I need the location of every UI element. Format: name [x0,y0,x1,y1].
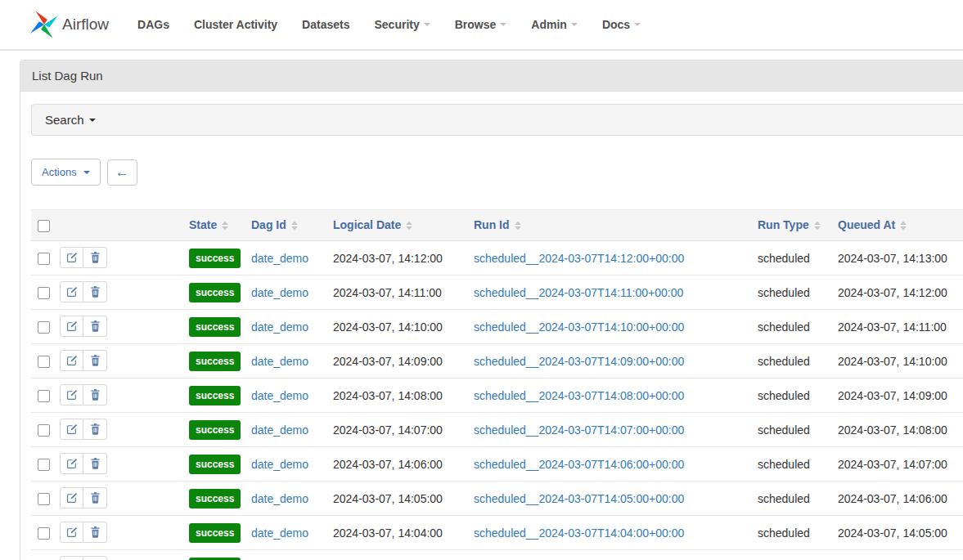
select-all-checkbox[interactable] [38,220,50,232]
row-checkbox[interactable] [38,356,50,368]
delete-button[interactable] [83,453,107,474]
run-type-cell: scheduled [751,241,831,276]
column-header-run-type[interactable]: Run Type [751,210,831,241]
state-cell: success [182,447,245,482]
column-header-dag-id[interactable]: Dag Id [245,210,326,241]
queued-at-cell: 2024-03-07, 14:06:00 [831,482,963,516]
edit-button[interactable] [60,556,83,560]
edit-button[interactable] [60,453,83,474]
row-checkbox[interactable] [38,390,50,402]
actions-button[interactable]: Actions [31,159,101,186]
sort-icon[interactable] [900,222,907,230]
dag-id-link[interactable]: date_demo [251,389,308,402]
column-header-state[interactable]: State [182,210,245,241]
dag-id-link[interactable]: date_demo [251,526,308,540]
edit-button[interactable] [60,384,83,405]
run-id-link[interactable]: scheduled__2024-03-07T14:05:00+00:00 [474,492,684,505]
delete-button[interactable] [83,350,107,371]
logical-date-cell: 2024-03-07, 14:05:00 [326,482,467,516]
run-id-cell: scheduled__2024-03-07T14:09:00+00:00 [467,344,751,379]
brand-text: Airflow [62,16,109,34]
row-checkbox[interactable] [38,527,50,540]
dag-id-link[interactable]: date_demo [251,423,308,437]
nav-item-security[interactable]: Security [362,0,442,49]
nav-item-cluster-activity[interactable]: Cluster Activity [182,0,290,49]
run-id-link[interactable]: scheduled__2024-03-07T14:09:00+00:00 [474,355,684,368]
actions-column-header [54,210,182,241]
row-checkbox[interactable] [38,424,50,437]
chevron-down-icon [500,23,506,26]
run-id-link[interactable]: scheduled__2024-03-07T14:06:00+00:00 [474,458,684,471]
checkbox-cell [31,550,54,560]
sort-icon[interactable] [291,222,298,230]
run-id-link[interactable]: scheduled__2024-03-07T14:12:00+00:00 [474,252,684,265]
row-checkbox[interactable] [38,287,50,299]
sort-icon[interactable] [406,222,412,230]
run-id-link[interactable]: scheduled__2024-03-07T14:07:00+00:00 [474,423,684,437]
column-header-run-id[interactable]: Run Id [467,210,751,241]
dag-id-link[interactable]: date_demo [251,492,308,505]
edit-button[interactable] [60,350,83,371]
actions-cell [54,241,182,276]
run-id-link[interactable]: scheduled__2024-03-07T14:11:00+00:00 [474,286,683,299]
run-id-link[interactable]: scheduled__2024-03-07T14:08:00+00:00 [474,389,684,402]
column-header-logical-date[interactable]: Logical Date [326,210,467,241]
main-nav: DAGs Cluster Activity Datasets Security … [125,0,653,49]
row-checkbox[interactable] [38,253,50,265]
run-type-cell: scheduled [751,344,831,379]
delete-button[interactable] [83,419,107,440]
logical-date-cell: 2024-03-07, 14:04:00 [326,516,467,550]
actions-cell [54,516,182,550]
airflow-logo[interactable]: Airflow [29,9,109,40]
nav-item-dags[interactable]: DAGs [125,0,182,49]
delete-button[interactable] [83,316,107,337]
sort-icon[interactable] [515,222,521,230]
chevron-down-icon [634,23,641,26]
queued-at-cell: 2024-03-07, 14:11:00 [831,310,963,344]
table-header-row: State Dag Id Logical Date Run Id Run Typ… [31,210,963,241]
dag-id-link[interactable]: date_demo [251,458,308,471]
delete-button[interactable] [83,247,107,268]
back-button[interactable]: ← [107,159,137,186]
run-type-cell: scheduled [751,310,831,344]
dag-id-link[interactable]: date_demo [251,320,308,334]
actions-cell [54,379,182,413]
dag-id-link[interactable]: date_demo [251,286,308,299]
nav-item-docs[interactable]: Docs [590,0,653,49]
delete-button[interactable] [83,487,107,508]
edit-button[interactable] [60,281,83,302]
search-dropdown[interactable]: Search [31,104,963,136]
delete-button[interactable] [83,384,107,405]
delete-button[interactable] [83,281,107,302]
sort-icon[interactable] [222,222,228,230]
run-id-cell: scheduled__2024-03-07T14:04:00+00:00 [467,516,751,550]
toolbar: Actions ← [31,159,963,186]
nav-item-browse[interactable]: Browse [443,0,520,49]
trash-icon [90,458,101,469]
edit-button[interactable] [60,316,83,337]
state-cell: success [182,413,245,447]
sort-icon[interactable] [814,222,821,230]
state-badge: success [189,489,241,508]
queued-at-cell: 2024-03-07, 14:04:00 [831,550,963,560]
edit-button[interactable] [60,522,83,543]
nav-item-admin[interactable]: Admin [519,0,590,49]
run-id-link[interactable]: scheduled__2024-03-07T14:10:00+00:00 [474,320,684,334]
run-id-cell: scheduled__2024-03-07T14:12:00+00:00 [467,241,751,276]
row-checkbox[interactable] [38,493,50,505]
delete-button[interactable] [83,522,107,543]
run-id-cell: scheduled__2024-03-07T14:10:00+00:00 [467,310,751,344]
row-checkbox[interactable] [38,321,50,334]
column-header-queued-at[interactable]: Queued At [831,210,963,241]
edit-button[interactable] [60,487,83,508]
dag-id-link[interactable]: date_demo [251,355,308,368]
run-id-link[interactable]: scheduled__2024-03-07T14:04:00+00:00 [474,526,684,540]
state-cell: success [182,482,245,516]
nav-item-datasets[interactable]: Datasets [290,0,362,49]
dag-id-link[interactable]: date_demo [251,252,308,265]
edit-button[interactable] [60,247,83,268]
row-checkbox[interactable] [38,459,50,471]
actions-label: Actions [42,166,77,178]
delete-button[interactable] [83,556,107,560]
edit-button[interactable] [60,419,83,440]
